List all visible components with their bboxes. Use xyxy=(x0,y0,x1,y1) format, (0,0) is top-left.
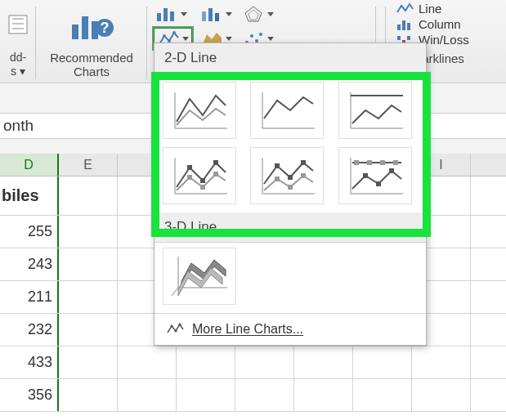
stacked-line-chart-option[interactable] xyxy=(250,82,324,139)
100-stacked-line-markers-chart-option[interactable] xyxy=(338,147,412,204)
radar-chart-button[interactable] xyxy=(239,3,277,25)
line-chart-dropdown: 2-D Line xyxy=(154,42,427,346)
3d-line-chart-option[interactable] xyxy=(163,248,236,305)
recommended-charts-label: Recommended Charts xyxy=(50,51,133,78)
cell[interactable]: 433 xyxy=(0,346,59,378)
sparkline-line-icon xyxy=(396,2,414,16)
addins-icon xyxy=(7,3,29,46)
svg-rect-46 xyxy=(288,185,293,190)
recommended-charts-button[interactable]: ? Recommended Charts xyxy=(36,0,147,83)
sparklines-group-label: arklines xyxy=(422,51,464,65)
sparkline-line-button[interactable]: Line xyxy=(396,2,469,16)
line-chart-option[interactable] xyxy=(163,82,236,139)
svg-rect-7 xyxy=(163,8,168,21)
column-header[interactable]: E xyxy=(59,154,118,176)
svg-rect-6 xyxy=(157,13,161,21)
recommended-charts-icon: ? xyxy=(69,3,114,46)
svg-rect-2 xyxy=(82,16,88,39)
svg-text:?: ? xyxy=(101,20,110,36)
svg-rect-11 xyxy=(215,13,219,21)
svg-rect-21 xyxy=(407,23,410,30)
cell[interactable]: 356 xyxy=(0,379,59,411)
svg-rect-55 xyxy=(363,173,368,178)
cell[interactable] xyxy=(412,379,471,411)
cell[interactable] xyxy=(177,346,235,378)
svg-rect-56 xyxy=(376,181,381,186)
cell[interactable] xyxy=(59,176,118,215)
cell[interactable]: biles xyxy=(0,176,59,215)
svg-rect-1 xyxy=(72,25,78,39)
cell[interactable]: 243 xyxy=(0,248,59,280)
column-chart-button[interactable] xyxy=(152,3,194,25)
svg-rect-22 xyxy=(397,36,401,40)
sparkline-column-label: Column xyxy=(419,17,461,31)
svg-rect-24 xyxy=(407,36,410,40)
chevron-down-icon xyxy=(226,37,232,41)
cell[interactable] xyxy=(353,346,412,378)
more-line-charts-icon xyxy=(166,323,184,336)
svg-rect-45 xyxy=(275,176,280,181)
cell[interactable] xyxy=(235,379,294,411)
more-line-charts-label: More Line Charts... xyxy=(192,322,303,337)
svg-rect-19 xyxy=(397,25,401,30)
svg-rect-37 xyxy=(187,175,192,180)
svg-rect-35 xyxy=(200,178,205,183)
chevron-down-icon xyxy=(226,12,232,16)
addins-label: dd- s ▾ xyxy=(10,51,26,78)
addins-group[interactable]: dd- s ▾ xyxy=(0,0,36,83)
svg-rect-51 xyxy=(354,160,359,165)
svg-rect-54 xyxy=(393,160,398,165)
svg-rect-36 xyxy=(213,160,218,165)
cell[interactable] xyxy=(59,248,118,280)
svg-rect-47 xyxy=(301,173,306,178)
cell[interactable] xyxy=(294,379,353,411)
cell[interactable] xyxy=(59,281,118,313)
cell[interactable] xyxy=(177,379,235,411)
svg-rect-10 xyxy=(208,8,213,21)
100-stacked-line-chart-option[interactable] xyxy=(338,82,412,139)
cell[interactable] xyxy=(294,346,353,378)
svg-rect-52 xyxy=(367,160,372,165)
cell[interactable] xyxy=(59,346,118,378)
cell[interactable] xyxy=(235,346,294,378)
svg-rect-38 xyxy=(200,185,205,190)
svg-point-12 xyxy=(163,34,166,38)
sparkline-line-label: Line xyxy=(419,2,441,16)
cell[interactable]: 211 xyxy=(0,281,59,313)
svg-point-62 xyxy=(174,329,177,332)
svg-rect-8 xyxy=(170,11,174,21)
svg-line-59 xyxy=(172,288,178,296)
svg-rect-0 xyxy=(9,16,27,34)
hierarchy-chart-button[interactable] xyxy=(197,3,235,25)
cell[interactable] xyxy=(353,379,412,411)
sparkline-column-button[interactable]: Column xyxy=(396,17,469,31)
cell[interactable] xyxy=(59,379,118,411)
svg-point-14 xyxy=(172,31,176,34)
svg-rect-53 xyxy=(380,160,385,165)
name-box-value: onth xyxy=(3,117,34,135)
cell[interactable] xyxy=(118,379,177,411)
chevron-down-icon xyxy=(181,12,187,16)
chevron-down-icon xyxy=(267,37,274,41)
cell[interactable]: 255 xyxy=(0,216,59,248)
cell[interactable] xyxy=(118,346,177,378)
svg-rect-9 xyxy=(202,11,206,21)
dropdown-section-header-3d: 3-D Line xyxy=(154,212,426,243)
chevron-down-icon xyxy=(182,37,189,41)
chevron-down-icon xyxy=(267,12,274,16)
svg-rect-44 xyxy=(301,160,306,165)
svg-rect-34 xyxy=(187,165,192,170)
column-header[interactable]: D xyxy=(0,154,59,176)
line-markers-chart-option[interactable] xyxy=(163,147,236,204)
dropdown-section-header-2d: 2-D Line xyxy=(154,43,426,74)
more-line-charts-button[interactable]: More Line Charts... xyxy=(154,313,426,345)
stacked-line-markers-chart-option[interactable] xyxy=(250,147,324,204)
cell[interactable] xyxy=(59,314,118,346)
cell[interactable]: 232 xyxy=(0,314,59,346)
cell[interactable] xyxy=(412,346,471,378)
cell[interactable] xyxy=(59,216,118,248)
svg-point-61 xyxy=(170,324,172,327)
2d-line-thumbnails xyxy=(154,74,426,212)
svg-point-63 xyxy=(178,323,181,325)
svg-rect-20 xyxy=(402,20,405,30)
